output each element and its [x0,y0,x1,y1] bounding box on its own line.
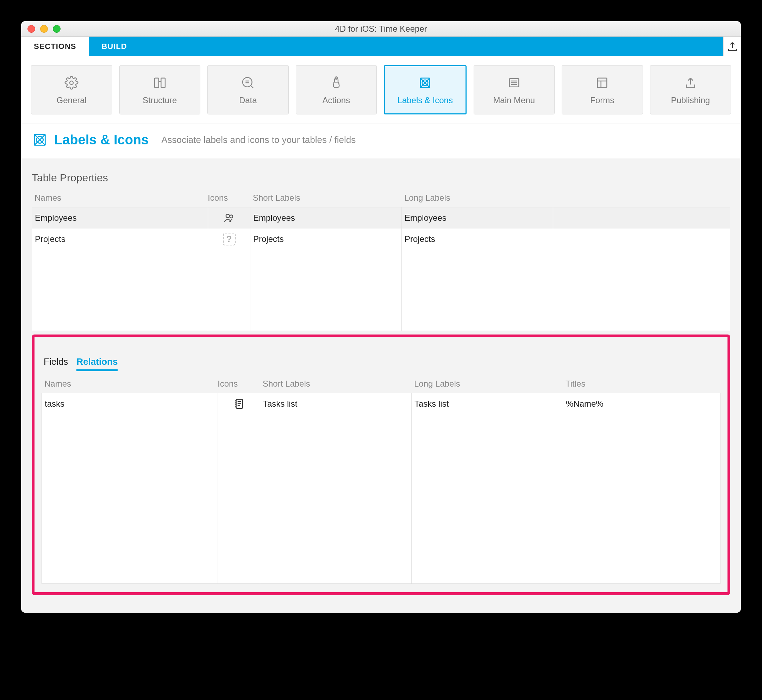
col-short: Short Labels [260,379,411,389]
tab-sections[interactable]: SECTIONS [21,37,89,56]
tile-label: Main Menu [493,95,535,105]
svg-point-11 [226,214,229,217]
cell-extra [553,208,730,228]
tile-actions[interactable]: Actions [296,65,377,114]
tile-forms[interactable]: Forms [562,65,643,114]
relations-header: Names Icons Short Labels Long Labels Tit… [42,379,720,393]
structure-icon [151,74,168,91]
subtabs: Fields Relations [44,356,720,371]
col-long: Long Labels [411,379,563,389]
table-row[interactable]: Employees Employees Employees [32,208,730,228]
cell-short[interactable]: Projects [250,228,402,250]
tile-publishing[interactable]: Publishing [650,65,731,114]
page-title: Labels & Icons [54,133,148,147]
window-title: 4D for iOS: Time Keeper [21,24,741,34]
col-short: Short Labels [250,193,401,203]
svg-point-12 [230,215,233,218]
cell-short[interactable]: Tasks list [260,393,412,414]
cell-long[interactable]: Tasks list [412,393,563,414]
actions-icon [328,74,345,91]
relations-highlight: Fields Relations Names Icons Short Label… [32,334,730,595]
relations-grid: tasks Tasks list Tasks list %Name% [42,393,720,584]
tile-main-menu[interactable]: Main Menu [474,65,555,114]
tile-label: Forms [590,95,614,105]
svg-rect-13 [236,399,242,408]
table-properties-grid: Employees Employees Employees Projects ?… [32,207,730,331]
cell-name: tasks [42,393,218,414]
subtab-relations[interactable]: Relations [77,356,118,371]
table-properties-title: Table Properties [32,172,730,184]
col-names: Names [42,379,218,389]
publishing-icon [682,74,699,91]
main-menu-icon [506,74,523,91]
tile-structure[interactable]: Structure [119,65,201,114]
table-row[interactable]: Projects ? Projects Projects [32,228,730,250]
tile-label: Publishing [671,95,710,105]
cell-long[interactable]: Employees [402,208,553,228]
tile-labels-icons[interactable]: Labels & Icons [384,65,467,114]
cell-extra [553,228,730,250]
section-header: Labels & Icons Associate labels and icon… [21,124,741,158]
table-properties-header: Names Icons Short Labels Long Labels [32,193,730,207]
tile-label: Labels & Icons [398,95,453,105]
people-icon[interactable] [208,208,250,228]
subtab-fields[interactable]: Fields [44,356,68,371]
labels-icons-icon [417,74,434,91]
data-icon [239,74,256,91]
cell-name: Employees [32,208,208,228]
table-row[interactable]: tasks Tasks list Tasks list %Name% [42,393,720,414]
tile-label: Structure [143,95,177,105]
tile-label: Actions [322,95,350,105]
app-window: 4D for iOS: Time Keeper SECTIONS BUILD G… [21,21,741,612]
notebook-icon[interactable] [218,393,260,414]
labels-icons-icon [32,132,48,148]
svg-point-0 [70,81,73,84]
col-titles: Titles [563,379,720,389]
forms-icon [594,74,611,91]
tile-label: General [57,95,87,105]
tile-label: Data [239,95,257,105]
titlebar: 4D for iOS: Time Keeper [21,21,741,37]
svg-point-3 [243,78,252,87]
placeholder-icon[interactable]: ? [208,228,250,250]
tile-general[interactable]: General [31,65,112,114]
svg-rect-2 [161,78,165,88]
export-button[interactable] [723,37,741,56]
page-subtitle: Associate labels and icons to your table… [161,134,356,145]
tab-build[interactable]: BUILD [89,37,139,56]
col-long: Long Labels [401,193,553,203]
svg-rect-8 [598,78,607,88]
cell-short[interactable]: Employees [250,208,402,228]
tile-data[interactable]: Data [208,65,289,114]
cell-name: Projects [32,228,208,250]
cell-title[interactable]: %Name% [563,393,720,414]
col-icons: Icons [208,193,250,203]
gear-icon [63,74,80,91]
cell-long[interactable]: Projects [402,228,553,250]
section-tiles: General Structure Data Actions Labels & … [21,56,741,124]
col-names: Names [32,193,208,203]
col-icons: Icons [218,379,260,389]
svg-rect-1 [155,78,159,88]
content-area: Table Properties Names Icons Short Label… [21,158,741,612]
top-tabbar: SECTIONS BUILD [21,37,741,56]
